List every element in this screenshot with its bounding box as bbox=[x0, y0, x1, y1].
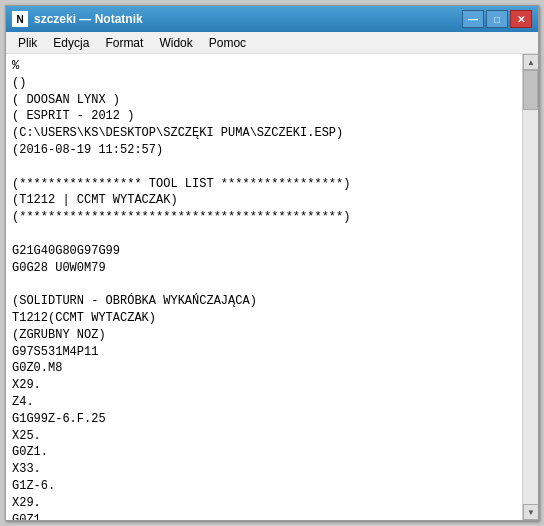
menu-file[interactable]: Plik bbox=[10, 34, 45, 52]
title-bar-left: N szczeki — Notatnik bbox=[12, 11, 143, 27]
minimize-button[interactable]: — bbox=[462, 10, 484, 28]
scroll-up-button[interactable]: ▲ bbox=[523, 54, 538, 70]
menu-format[interactable]: Format bbox=[97, 34, 151, 52]
menu-help[interactable]: Pomoc bbox=[201, 34, 254, 52]
content-area: % () ( DOOSAN LYNX ) ( ESPRIT - 2012 ) (… bbox=[6, 54, 538, 520]
scroll-down-button[interactable]: ▼ bbox=[523, 504, 538, 520]
app-icon: N bbox=[12, 11, 28, 27]
menu-edit[interactable]: Edycja bbox=[45, 34, 97, 52]
menu-bar: Plik Edycja Format Widok Pomoc bbox=[6, 32, 538, 54]
scroll-thumb[interactable] bbox=[523, 70, 538, 110]
scroll-track[interactable] bbox=[523, 70, 538, 504]
notepad-window: N szczeki — Notatnik — □ ✕ Plik Edycja F… bbox=[5, 5, 539, 521]
title-bar: N szczeki — Notatnik — □ ✕ bbox=[6, 6, 538, 32]
text-editor[interactable]: % () ( DOOSAN LYNX ) ( ESPRIT - 2012 ) (… bbox=[6, 54, 522, 520]
vertical-scrollbar[interactable]: ▲ ▼ bbox=[522, 54, 538, 520]
maximize-button[interactable]: □ bbox=[486, 10, 508, 28]
title-controls: — □ ✕ bbox=[462, 10, 532, 28]
close-button[interactable]: ✕ bbox=[510, 10, 532, 28]
menu-view[interactable]: Widok bbox=[151, 34, 200, 52]
window-title: szczeki — Notatnik bbox=[34, 12, 143, 26]
